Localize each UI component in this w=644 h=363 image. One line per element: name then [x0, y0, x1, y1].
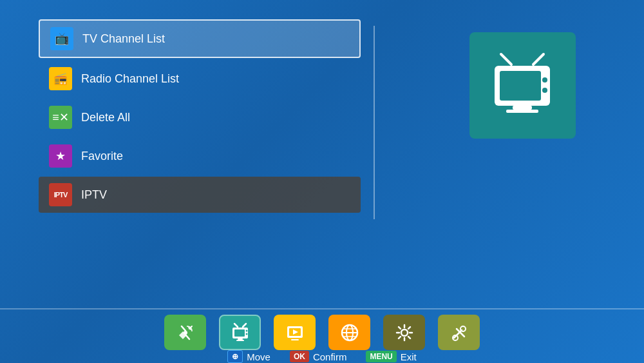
- menu-item-label-radio-channel: Radio Channel List: [81, 72, 179, 86]
- svg-line-9: [182, 326, 185, 331]
- menu-item-label-tv-channel: TV Channel List: [82, 32, 165, 46]
- menu-item-icon-iptv: IPTV: [49, 183, 72, 206]
- main-content: 📺TV Channel List📻Radio Channel List≡✕Del…: [0, 0, 644, 309]
- hint-badge-move[interactable]: ⊕: [227, 350, 243, 363]
- menu-item-icon-tv-channel: 📺: [50, 27, 73, 50]
- menu-item-label-favorite: Favorite: [81, 150, 123, 163]
- toolbar-icons: [0, 309, 644, 350]
- svg-rect-3: [500, 71, 541, 101]
- svg-rect-7: [506, 110, 538, 113]
- menu-item-label-iptv: IPTV: [81, 188, 107, 202]
- hint-exit: MENUExit: [366, 351, 416, 362]
- right-panel: [401, 19, 605, 290]
- toolbar-hints: ⊕MoveOKConfirmMENUExit: [0, 350, 644, 363]
- svg-point-29: [401, 329, 408, 336]
- svg-point-16: [245, 329, 247, 331]
- svg-line-12: [234, 324, 238, 327]
- menu-item-delete-all[interactable]: ≡✕Delete All: [39, 99, 361, 135]
- hint-move: ⊕Move: [227, 350, 270, 363]
- toolbar-btn-tv[interactable]: [219, 315, 261, 350]
- svg-point-17: [245, 333, 247, 335]
- menu-item-icon-radio-channel: 📻: [49, 67, 72, 90]
- svg-point-4: [542, 77, 547, 83]
- hint-label-exit: Exit: [401, 351, 417, 362]
- svg-line-1: [533, 54, 544, 64]
- svg-rect-23: [291, 339, 299, 340]
- bottom-bar: ⊕MoveOKConfirmMENUExit: [0, 308, 644, 363]
- toolbar-btn-media[interactable]: [274, 315, 316, 350]
- hint-confirm: OKConfirm: [290, 351, 347, 362]
- menu-item-icon-favorite: ★: [49, 144, 72, 168]
- toolbar-btn-tools[interactable]: [438, 315, 480, 350]
- hint-badge-exit[interactable]: MENU: [366, 351, 396, 362]
- svg-rect-6: [513, 106, 532, 110]
- toolbar-btn-satellite[interactable]: [164, 315, 206, 350]
- svg-point-31: [460, 326, 466, 331]
- menu-item-iptv[interactable]: IPTVIPTV: [39, 177, 361, 213]
- svg-line-0: [501, 54, 511, 64]
- hint-label-move: Move: [247, 351, 270, 362]
- hint-label-confirm: Confirm: [313, 351, 347, 362]
- menu-divider: [374, 26, 375, 219]
- svg-point-5: [542, 88, 547, 93]
- menu-item-tv-channel[interactable]: 📺TV Channel List: [39, 19, 361, 58]
- hint-badge-confirm[interactable]: OK: [290, 351, 309, 362]
- svg-rect-15: [234, 329, 245, 337]
- toolbar-btn-globe[interactable]: [328, 315, 370, 350]
- svg-rect-19: [236, 340, 244, 341]
- menu-item-radio-channel[interactable]: 📻Radio Channel List: [39, 61, 361, 97]
- svg-line-13: [243, 324, 246, 327]
- svg-rect-18: [238, 338, 243, 340]
- menu-item-label-delete-all: Delete All: [81, 111, 130, 124]
- menu-item-icon-delete-all: ≡✕: [49, 106, 72, 129]
- toolbar-btn-settings[interactable]: [383, 315, 425, 350]
- menu-item-favorite[interactable]: ★Favorite: [39, 138, 361, 174]
- menu-panel: 📺TV Channel List📻Radio Channel List≡✕Del…: [39, 19, 361, 290]
- tv-preview-box: [469, 32, 576, 139]
- tv-icon-large: [487, 50, 558, 121]
